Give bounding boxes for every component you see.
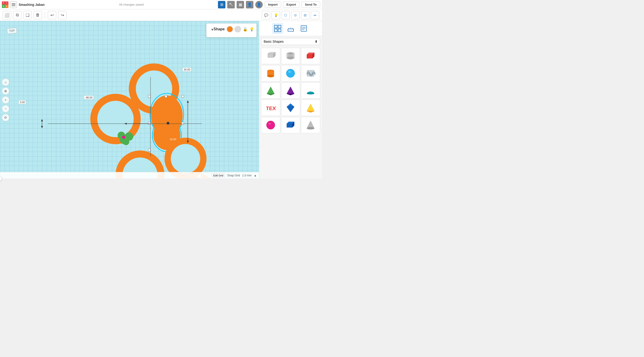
- ham-line-2: [12, 4, 16, 5]
- shape-category-arrow: ⬍: [315, 40, 318, 44]
- right-sidebar: Basic Shapes ⬍: [259, 21, 322, 178]
- shape-panel-icons: 🔒 💡: [243, 27, 254, 32]
- svg-point-49: [268, 75, 274, 77]
- notes-icon: [300, 25, 308, 32]
- new-button[interactable]: ⬜: [3, 11, 11, 19]
- svg-marker-21: [41, 126, 43, 128]
- svg-marker-68: [307, 121, 314, 128]
- grid-shapes-button[interactable]: [272, 23, 283, 34]
- svg-point-64: [268, 123, 271, 124]
- import-button[interactable]: Import: [264, 2, 281, 8]
- panel-dropdown-arrow[interactable]: ▼: [211, 28, 214, 32]
- frame-button[interactable]: ⬡: [282, 11, 290, 19]
- zoom-out-button[interactable]: −: [2, 105, 9, 112]
- ring-lower-right-hole: [171, 144, 200, 173]
- home-button[interactable]: ⌂: [2, 78, 9, 86]
- svg-marker-61: [307, 104, 314, 111]
- shape-item-grey-cone[interactable]: [301, 117, 320, 133]
- logo-k: K: [5, 5, 8, 8]
- light-button[interactable]: 💡: [272, 11, 280, 19]
- blocks-button[interactable]: ▦: [236, 1, 244, 8]
- shape-item-cylinder-hole[interactable]: [281, 48, 300, 64]
- left-controls: ⌂ ⊕ + − ⟳: [2, 78, 9, 121]
- duplicate-button[interactable]: ❏: [23, 11, 32, 19]
- shape-item-green-pyramid[interactable]: [261, 82, 280, 99]
- comment-view-button[interactable]: 💬: [262, 11, 270, 19]
- svg-rect-26: [278, 29, 281, 32]
- avatar-button[interactable]: 👤: [255, 1, 263, 8]
- rotate-button[interactable]: ⟳: [2, 114, 9, 121]
- shape-panel: ▼ Shape 🔒 💡: [206, 23, 257, 37]
- color-hole[interactable]: [234, 26, 241, 32]
- dim-20: 20.00: [168, 138, 177, 141]
- svg-marker-53: [267, 87, 274, 94]
- edit-grid-button[interactable]: Edit Grid: [212, 174, 225, 177]
- snap-dropdown-icon[interactable]: ▲: [254, 174, 257, 177]
- shape-item-sphere[interactable]: [281, 65, 300, 82]
- svg-rect-27: [288, 29, 294, 31]
- svg-rect-52: [307, 70, 314, 76]
- svg-marker-60: [287, 104, 294, 107]
- shape-category-dropdown[interactable]: Basic Shapes ⬍: [261, 38, 320, 45]
- dim-3: 3.00: [19, 100, 26, 104]
- fit-button[interactable]: ⊕: [2, 87, 9, 95]
- person-add-button[interactable]: 👤: [246, 1, 254, 8]
- grid-icon: [274, 25, 282, 32]
- canvas-area[interactable]: TOP: [0, 21, 259, 178]
- align-button[interactable]: ⊟: [301, 11, 310, 19]
- svg-rect-5: [182, 95, 184, 98]
- dim-34: 34.00: [182, 68, 191, 72]
- export-button[interactable]: Export: [283, 2, 300, 8]
- topbar: T I N K Smashing Jaban All changes saved…: [0, 0, 322, 9]
- svg-rect-6: [148, 149, 150, 151]
- pink-marker: [122, 136, 125, 139]
- send-to-button[interactable]: Send To: [302, 2, 320, 8]
- zoom-in-button[interactable]: +: [2, 96, 9, 104]
- shape-panel-header: Shape 🔒 💡: [209, 26, 254, 32]
- canvas-svg: [0, 21, 259, 178]
- project-name: Smashing Jaban: [19, 3, 44, 6]
- bulb-icon[interactable]: 💡: [250, 27, 254, 32]
- svg-marker-54: [267, 94, 274, 95]
- shape-colors: [226, 26, 241, 32]
- svg-marker-55: [287, 87, 294, 94]
- shape-item-red-box[interactable]: [301, 48, 320, 64]
- delete-button[interactable]: 🗑: [34, 11, 42, 19]
- shape-item-wavy[interactable]: [301, 65, 320, 82]
- mirror-button[interactable]: ⇔: [311, 11, 319, 19]
- color-orange[interactable]: [226, 26, 233, 32]
- toolbar-right: 💬 💡 ⬡ ⊙ ⊟ ⇔: [262, 11, 319, 19]
- shape-panel-title: Shape: [214, 27, 225, 31]
- svg-rect-25: [274, 29, 277, 32]
- shape-item-purple-pyramid[interactable]: [281, 82, 300, 99]
- logo-n: N: [2, 5, 5, 8]
- shape-item-blue-gem[interactable]: [281, 100, 300, 116]
- save-status: All changes saved: [46, 3, 216, 6]
- svg-marker-17: [187, 100, 189, 103]
- redo-button[interactable]: ↪: [58, 11, 66, 19]
- main-content: TOP: [0, 21, 322, 178]
- svg-marker-62: [307, 111, 314, 112]
- undo-button[interactable]: ↩: [48, 11, 56, 19]
- hamburger-button[interactable]: [10, 2, 17, 8]
- logo: T I N K: [2, 2, 8, 8]
- lock-icon[interactable]: 🔒: [243, 27, 248, 32]
- shape-item-cylinder[interactable]: [261, 65, 280, 82]
- shape-grid: TEXT: [259, 47, 322, 134]
- svg-marker-35: [268, 54, 274, 58]
- shape-item-blue-box[interactable]: [281, 117, 300, 133]
- shape-item-yellow-pyramid[interactable]: [301, 100, 320, 116]
- notes-button[interactable]: [298, 23, 310, 34]
- ruler-button[interactable]: [285, 23, 296, 34]
- pick-button[interactable]: ⛏: [227, 1, 235, 8]
- shape-item-box[interactable]: [261, 48, 280, 64]
- shape-item-text[interactable]: TEXT: [261, 100, 280, 116]
- shape-item-magenta-sphere[interactable]: [261, 117, 280, 133]
- grid-view-button[interactable]: ⊞: [218, 1, 226, 8]
- shape-item-teal-half[interactable]: [301, 82, 320, 99]
- ham-line-1: [12, 3, 16, 4]
- circle-view-button[interactable]: ⊙: [291, 11, 300, 19]
- ham-line-3: [12, 6, 16, 6]
- bottom-bar: Edit Grid Snap Grid 1.0 mm ▲: [0, 172, 259, 178]
- copy-button[interactable]: ⧉: [13, 11, 22, 19]
